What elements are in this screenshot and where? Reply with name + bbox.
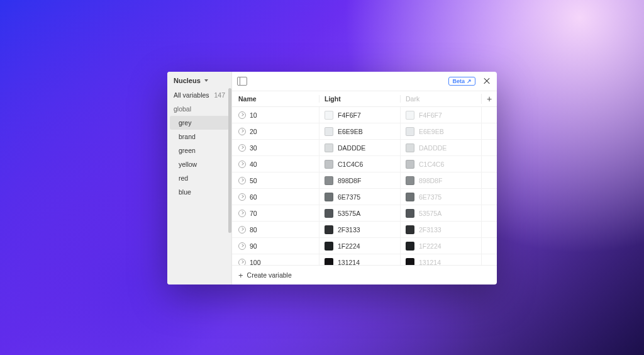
color-swatch xyxy=(325,111,333,120)
color-swatch xyxy=(406,225,414,234)
table-row[interactable]: 606E73756E7375 xyxy=(232,189,497,205)
dark-value-cell[interactable]: DADDDE xyxy=(400,140,481,155)
light-value-cell[interactable]: 1F2224 xyxy=(319,238,400,254)
group-label[interactable]: global xyxy=(167,102,231,116)
beta-badge[interactable]: Beta ↗ xyxy=(448,77,475,86)
table-row[interactable]: 20E6E9EBE6E9EB xyxy=(232,123,497,140)
color-swatch xyxy=(406,111,414,120)
dark-value: E6E9EB xyxy=(419,128,444,135)
row-end xyxy=(481,123,497,139)
light-value-cell[interactable]: 53575A xyxy=(319,205,400,221)
table-row[interactable]: 30DADDDEDADDDE xyxy=(232,140,497,156)
variable-name: 20 xyxy=(250,128,257,135)
sidebar-item-yellow[interactable]: yellow xyxy=(167,157,231,171)
create-variable-button[interactable]: + Create variable xyxy=(232,265,497,285)
plus-icon: + xyxy=(238,271,243,280)
add-mode-button[interactable]: + xyxy=(487,94,492,104)
row-end xyxy=(481,254,497,265)
scrollbar[interactable] xyxy=(228,88,231,233)
row-end xyxy=(481,222,497,237)
color-swatch xyxy=(406,258,414,266)
light-value-cell[interactable]: 6E7375 xyxy=(319,189,400,205)
row-end xyxy=(481,205,497,221)
all-variables-row[interactable]: All variables 147 xyxy=(167,88,231,102)
row-end xyxy=(481,172,497,188)
light-value: F4F6F7 xyxy=(338,111,361,119)
variable-name: 90 xyxy=(250,242,257,250)
table-row[interactable]: 10F4F6F7F4F6F7 xyxy=(232,107,497,123)
variable-type-icon xyxy=(238,226,246,234)
sidebar-item-grey[interactable]: grey xyxy=(170,116,229,130)
light-value: C1C4C6 xyxy=(338,161,363,168)
table-body: 10F4F6F7F4F6F720E6E9EBE6E9EB30DADDDEDADD… xyxy=(232,107,497,265)
light-value-cell[interactable]: 2F3133 xyxy=(319,222,400,237)
dark-value: F4F6F7 xyxy=(419,111,442,119)
color-swatch xyxy=(406,209,414,218)
row-end xyxy=(481,238,497,254)
light-value-cell[interactable]: DADDDE xyxy=(319,140,400,155)
light-value: 898D8F xyxy=(338,177,361,184)
variable-name-cell[interactable]: 60 xyxy=(232,193,319,201)
variable-name-cell[interactable]: 10 xyxy=(232,111,319,119)
close-icon[interactable] xyxy=(482,76,492,86)
column-dark[interactable]: Dark xyxy=(400,95,481,103)
table-row[interactable]: 901F22241F2224 xyxy=(232,238,497,254)
column-light[interactable]: Light xyxy=(319,95,400,103)
dark-value-cell[interactable]: F4F6F7 xyxy=(400,107,481,123)
variable-name: 70 xyxy=(250,210,257,217)
variable-name: 40 xyxy=(250,161,257,168)
dark-value: 53575A xyxy=(419,210,441,217)
variable-type-icon xyxy=(238,144,246,152)
variable-name-cell[interactable]: 90 xyxy=(232,242,319,250)
sidebar-item-green[interactable]: green xyxy=(167,144,231,157)
color-swatch xyxy=(325,160,333,169)
sidebar-toggle-icon[interactable] xyxy=(237,77,247,86)
table-row[interactable]: 802F31332F3133 xyxy=(232,222,497,238)
color-swatch xyxy=(406,176,414,185)
light-value-cell[interactable]: 131214 xyxy=(319,254,400,265)
variable-name-cell[interactable]: 50 xyxy=(232,177,319,184)
variable-name-cell[interactable]: 70 xyxy=(232,210,319,217)
variables-panel: Nucleus All variables 147 global greybra… xyxy=(167,72,497,285)
light-value-cell[interactable]: F4F6F7 xyxy=(319,107,400,123)
variable-type-icon xyxy=(238,242,246,250)
table-row[interactable]: 7053575A53575A xyxy=(232,205,497,222)
dark-value-cell[interactable]: 1F2224 xyxy=(400,238,481,254)
sidebar-item-red[interactable]: red xyxy=(167,171,231,185)
table-row[interactable]: 40C1C4C6C1C4C6 xyxy=(232,156,497,172)
dark-value-cell[interactable]: E6E9EB xyxy=(400,123,481,139)
dark-value-cell[interactable]: 53575A xyxy=(400,205,481,221)
collection-picker[interactable]: Nucleus xyxy=(167,72,231,88)
collection-name: Nucleus xyxy=(174,77,201,84)
dark-value-cell[interactable]: 898D8F xyxy=(400,172,481,188)
variable-count: 147 xyxy=(214,91,225,99)
variable-name: 100 xyxy=(250,259,261,266)
variable-name-cell[interactable]: 100 xyxy=(232,259,319,266)
variable-type-icon xyxy=(238,177,246,184)
light-value-cell[interactable]: E6E9EB xyxy=(319,123,400,139)
dark-value-cell[interactable]: 2F3133 xyxy=(400,222,481,237)
light-value-cell[interactable]: 898D8F xyxy=(319,172,400,188)
variable-name-cell[interactable]: 30 xyxy=(232,144,319,152)
variable-name: 80 xyxy=(250,226,257,234)
dark-value-cell[interactable]: 131214 xyxy=(400,254,481,265)
dark-value: 1F2224 xyxy=(419,242,441,250)
variable-name-cell[interactable]: 80 xyxy=(232,226,319,234)
variable-name-cell[interactable]: 20 xyxy=(232,128,319,135)
beta-label: Beta xyxy=(452,78,465,84)
sidebar-item-brand[interactable]: brand xyxy=(167,130,231,144)
color-swatch xyxy=(325,242,333,251)
variable-name-cell[interactable]: 40 xyxy=(232,161,319,168)
table-header: Name Light Dark + xyxy=(232,91,497,107)
table-row[interactable]: 50898D8F898D8F xyxy=(232,172,497,189)
row-end xyxy=(481,189,497,205)
table-row[interactable]: 100131214131214 xyxy=(232,254,497,265)
color-swatch xyxy=(325,193,333,201)
dark-value-cell[interactable]: 6E7375 xyxy=(400,189,481,205)
light-value-cell[interactable]: C1C4C6 xyxy=(319,156,400,172)
variable-name: 50 xyxy=(250,177,257,184)
dark-value-cell[interactable]: C1C4C6 xyxy=(400,156,481,172)
sidebar-item-blue[interactable]: blue xyxy=(167,185,231,199)
toolbar: Beta ↗ xyxy=(232,72,497,91)
all-variables-label: All variables xyxy=(174,91,209,99)
